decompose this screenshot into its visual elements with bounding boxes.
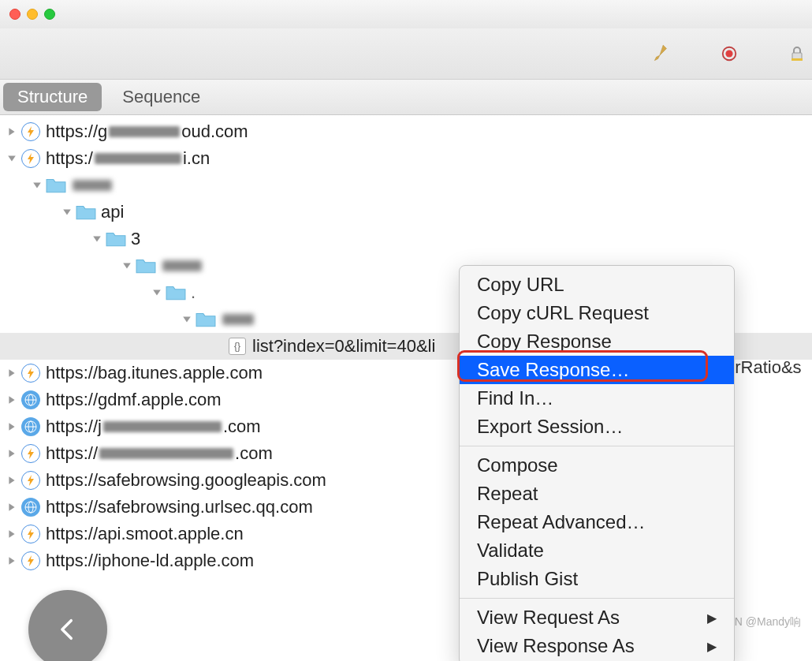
- folder-icon: [76, 202, 96, 222]
- lightning-icon: [20, 363, 41, 383]
- tree-host-row[interactable]: https:/i.cn: [0, 145, 812, 172]
- submenu-arrow-icon: ▶: [707, 611, 717, 626]
- chevron-left-icon: [54, 616, 81, 643]
- folder-label: [161, 256, 203, 276]
- host-label: https://gdmf.apple.com: [46, 390, 222, 410]
- host-label: https://safebrowsing.urlsec.qq.com: [46, 497, 313, 517]
- maximize-window-button[interactable]: [44, 9, 55, 20]
- folder-label: api: [101, 202, 124, 222]
- chevron-right-icon[interactable]: [5, 420, 19, 434]
- request-label: list?index=0&limit=40&li: [252, 336, 435, 357]
- menu-copy-url[interactable]: Copy URL: [460, 271, 734, 299]
- window-titlebar: [0, 0, 812, 28]
- menu-copy-curl[interactable]: Copy cURL Request: [460, 299, 734, 327]
- folder-icon: [46, 175, 66, 196]
- chevron-down-icon[interactable]: [30, 178, 44, 192]
- menu-find-in[interactable]: Find In…: [460, 384, 734, 413]
- menu-validate[interactable]: Validate: [460, 536, 734, 565]
- record-icon[interactable]: [719, 43, 739, 64]
- broom-icon[interactable]: [651, 43, 672, 64]
- globe-icon: [20, 416, 41, 437]
- menu-export-session[interactable]: Export Session…: [460, 413, 734, 441]
- folder-icon: [166, 282, 186, 303]
- folder-icon: [106, 229, 126, 249]
- folder-icon: [196, 309, 216, 330]
- url-tail-text: erRatio&s: [725, 357, 802, 378]
- lightning-icon: [20, 524, 41, 544]
- tree-folder-row[interactable]: [0, 172, 812, 199]
- folder-icon: [136, 256, 156, 276]
- tree-folder-row[interactable]: api: [0, 199, 812, 226]
- host-label: https://.com: [46, 443, 273, 464]
- globe-icon: [20, 390, 41, 410]
- chevron-down-icon[interactable]: [150, 286, 164, 300]
- menu-save-response[interactable]: Save Response…: [460, 356, 734, 384]
- chevron-right-icon[interactable]: [5, 366, 19, 380]
- host-label: https:/i.cn: [46, 148, 210, 169]
- menu-publish-gist[interactable]: Publish Gist: [460, 565, 734, 593]
- minimize-window-button[interactable]: [27, 9, 38, 20]
- toolbar: [0, 28, 812, 80]
- host-label: https://iphone-ld.apple.com: [46, 551, 254, 571]
- menu-compose[interactable]: Compose: [460, 451, 734, 480]
- svg-rect-3: [792, 58, 803, 61]
- lightning-icon: [20, 470, 41, 491]
- tab-structure[interactable]: Structure: [3, 83, 102, 111]
- chevron-down-icon[interactable]: [180, 312, 194, 327]
- host-label: https://bag.itunes.apple.com: [46, 363, 263, 383]
- menu-view-response-as[interactable]: View Response As ▶: [460, 632, 734, 660]
- view-tabs: Structure Sequence: [0, 80, 812, 115]
- lightning-icon: [20, 121, 41, 142]
- host-label: https://api.smoot.apple.cn: [46, 524, 244, 544]
- chevron-down-icon[interactable]: [90, 232, 104, 246]
- menu-view-request-as[interactable]: View Request As ▶: [460, 603, 734, 632]
- chevron-right-icon[interactable]: [5, 393, 19, 407]
- host-label: https://j.com: [46, 416, 261, 437]
- chevron-right-icon[interactable]: [5, 500, 19, 514]
- chevron-down-icon[interactable]: [120, 259, 134, 273]
- host-label: https://goud.com: [46, 121, 248, 142]
- menu-repeat[interactable]: Repeat: [460, 480, 734, 508]
- chevron-right-icon[interactable]: [5, 527, 19, 541]
- chevron-right-icon[interactable]: [5, 554, 19, 568]
- lightning-icon: [20, 443, 41, 464]
- menu-copy-response[interactable]: Copy Response: [460, 327, 734, 356]
- close-window-button[interactable]: [9, 9, 20, 20]
- chevron-right-icon[interactable]: [5, 446, 19, 461]
- tree-host-row[interactable]: https://goud.com: [0, 118, 812, 145]
- context-menu: Copy URL Copy cURL Request Copy Response…: [459, 265, 735, 661]
- lightning-icon: [20, 148, 41, 169]
- chevron-down-icon[interactable]: [5, 151, 19, 166]
- menu-repeat-advanced[interactable]: Repeat Advanced…: [460, 508, 734, 536]
- tree-folder-row[interactable]: 3: [0, 226, 812, 252]
- back-button[interactable]: [28, 590, 107, 661]
- folder-label: .: [191, 282, 196, 303]
- host-label: https://safebrowsing.googleapis.com: [46, 470, 326, 491]
- menu-separator: [460, 598, 734, 599]
- json-icon: {}: [227, 336, 248, 357]
- folder-label: 3: [131, 229, 140, 249]
- lightning-icon: [20, 551, 41, 571]
- globe-icon: [20, 497, 41, 517]
- chevron-down-icon[interactable]: [60, 205, 74, 219]
- lock-icon[interactable]: [787, 43, 807, 64]
- tab-sequence[interactable]: Sequence: [105, 80, 218, 114]
- menu-separator: [460, 446, 734, 446]
- folder-label: [71, 175, 114, 196]
- chevron-right-icon[interactable]: [5, 125, 19, 139]
- submenu-arrow-icon: ▶: [707, 639, 717, 654]
- chevron-right-icon[interactable]: [5, 473, 19, 487]
- svg-point-1: [725, 50, 732, 57]
- folder-label: [221, 309, 255, 330]
